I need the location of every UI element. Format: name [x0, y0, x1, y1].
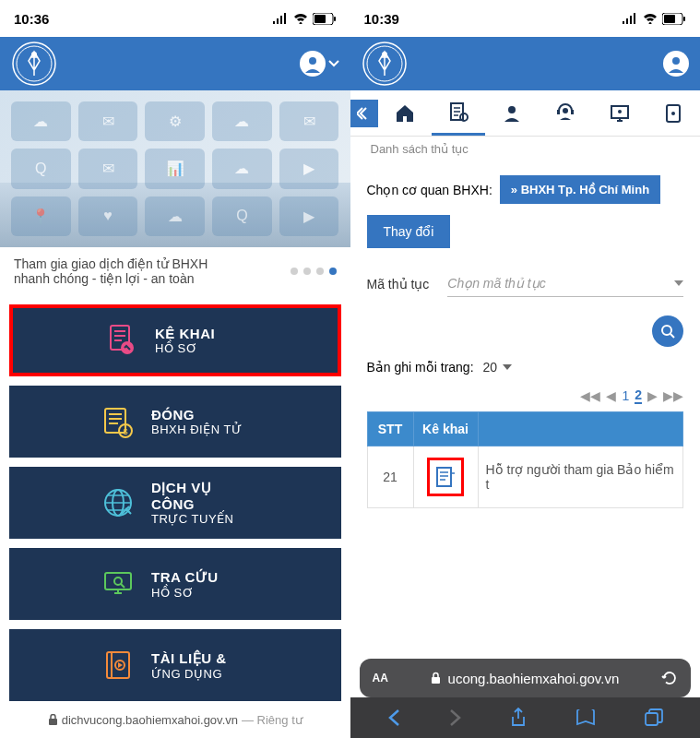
status-time: 10:36: [14, 11, 49, 27]
table-row: 21 Hỗ trợ người tham gia Bảo hiểm t: [367, 446, 683, 508]
col-kekhai: Kê khai: [413, 412, 478, 446]
back-icon: [357, 106, 372, 121]
status-right: [622, 13, 686, 25]
svg-point-7: [309, 57, 316, 65]
home-icon: [395, 103, 415, 124]
money-icon: $: [101, 405, 135, 438]
right-screen: 10:39 Danh sách thủ tục Chọn cơ quan BHX…: [350, 0, 701, 738]
safari-url-bar[interactable]: AA ucong.baohiemxahoi.gov.vn: [360, 659, 692, 697]
cell-stt: 21: [367, 446, 413, 508]
svg-text:$: $: [123, 427, 127, 436]
share-icon[interactable]: [510, 708, 527, 728]
tile-sub: BHXH ĐIỆN TỬ: [151, 423, 242, 436]
svg-point-26: [382, 52, 387, 57]
wifi-icon: [643, 13, 658, 24]
tile-tra-cuu[interactable]: TRA CỨUHỒ SƠ: [9, 548, 341, 620]
tab-monitor[interactable]: [593, 90, 647, 136]
status-right: [272, 13, 337, 25]
hero-line1: Tham gia giao dịch điện tử BHXH: [14, 256, 208, 271]
svg-point-28: [672, 57, 680, 65]
url-priv: — Riêng tư: [242, 713, 303, 727]
search-button[interactable]: [652, 315, 683, 347]
bhxh-logo: [362, 41, 408, 87]
hero-caption: Tham gia giao dịch điện tử BHXH nhanh ch…: [0, 247, 350, 295]
text-size-button[interactable]: AA: [373, 672, 388, 684]
svg-rect-20: [49, 719, 57, 725]
bhxh-logo: [11, 41, 57, 87]
app-header: [0, 37, 350, 90]
left-screen: 10:36 ☁✉⚙☁✉ Q✉📊☁▶ 📍♥☁Q▶ Tham gia giao dị…: [0, 0, 350, 738]
bookmarks-icon[interactable]: [575, 709, 596, 726]
wifi-icon: [293, 13, 308, 24]
tab-person[interactable]: [485, 90, 539, 136]
pager-last[interactable]: ▶▶: [663, 388, 683, 403]
svg-rect-33: [557, 110, 560, 114]
declare-button[interactable]: [427, 458, 464, 496]
pager-page-2[interactable]: 2: [635, 387, 642, 404]
search-icon: [660, 324, 675, 339]
person-icon: [502, 103, 522, 124]
svg-rect-1: [314, 15, 326, 23]
dropdown-icon: [503, 364, 512, 370]
carousel-dots[interactable]: [291, 268, 337, 275]
change-button[interactable]: Thay đổi: [367, 215, 451, 248]
svg-point-32: [563, 108, 568, 113]
signal-icon: [622, 13, 638, 24]
user-menu-button[interactable]: [300, 51, 339, 77]
pager-prev[interactable]: ◀: [606, 388, 616, 403]
status-time: 10:39: [364, 11, 399, 27]
tab-documents[interactable]: [432, 90, 485, 136]
form-icon: [105, 324, 138, 357]
agency-value-button[interactable]: » BHXH Tp. Hồ Chí Minh: [500, 175, 660, 204]
tab-support[interactable]: [539, 90, 592, 136]
svg-point-39: [662, 326, 671, 335]
reload-icon[interactable]: [661, 670, 678, 686]
chevron-down-icon: [328, 60, 339, 67]
battery-icon: [662, 13, 686, 25]
back-button[interactable]: [350, 100, 378, 127]
svg-point-16: [114, 577, 122, 585]
svg-rect-15: [105, 573, 131, 589]
tile-ke-khai[interactable]: KÊ KHAIHỒ SƠ: [9, 304, 341, 376]
tab-device[interactable]: [647, 90, 700, 136]
code-select[interactable]: Chọn mã thủ tục: [447, 270, 683, 297]
tile-title: DỊCH VỤ CÔNG: [151, 480, 249, 512]
tabs-icon[interactable]: [645, 708, 663, 727]
pager-page-1[interactable]: 1: [622, 388, 629, 403]
tab-home[interactable]: [378, 90, 432, 136]
svg-point-5: [31, 52, 37, 57]
tile-sub: ỨNG DỤNG: [151, 667, 227, 681]
col-stt: STT: [367, 412, 413, 446]
user-menu-button[interactable]: [663, 51, 689, 77]
cell-desc: Hỗ trợ người tham gia Bảo hiểm t: [478, 446, 683, 508]
tile-sub: HỒ SƠ: [151, 586, 219, 600]
tile-dong[interactable]: $ ĐÓNGBHXH ĐIỆN TỬ: [9, 386, 341, 458]
url-text: dichvucong.baohiemxahoi.gov.vn: [62, 713, 238, 727]
col-desc: [478, 412, 683, 446]
svg-rect-34: [571, 110, 574, 114]
user-icon: [300, 51, 326, 77]
nav-forward-icon[interactable]: [449, 708, 462, 727]
nav-back-icon[interactable]: [387, 708, 400, 727]
hero-banner[interactable]: ☁✉⚙☁✉ Q✉📊☁▶ 📍♥☁Q▶: [0, 90, 350, 247]
tile-tai-lieu[interactable]: TÀI LIỆU &ỨNG DỤNG: [9, 629, 341, 701]
device-icon: [665, 103, 682, 124]
tile-dich-vu[interactable]: DỊCH VỤ CÔNGTRỰC TUYẾN: [9, 467, 341, 539]
page-size-select[interactable]: 20: [483, 360, 513, 375]
user-icon: [663, 51, 689, 77]
pager: ◀◀ ◀ 1 2 ▶ ▶▶: [367, 387, 684, 404]
status-bar: 10:39: [350, 0, 701, 37]
monitor-icon: [610, 103, 630, 124]
tiles-list: KÊ KHAIHỒ SƠ $ ĐÓNGBHXH ĐIỆN TỬ DỊCH VỤ …: [0, 295, 350, 720]
tile-title: KÊ KHAI: [155, 326, 215, 341]
svg-rect-22: [664, 15, 675, 23]
pager-next[interactable]: ▶: [647, 388, 658, 403]
address-bar[interactable]: dichvucong.baohiemxahoi.gov.vn — Riêng t…: [0, 701, 350, 738]
cell-kekhai: [413, 446, 478, 508]
code-placeholder: Chọn mã thủ tục: [447, 276, 545, 291]
signal-icon: [272, 13, 289, 24]
pager-first[interactable]: ◀◀: [580, 388, 600, 403]
document-icon: [435, 466, 456, 488]
code-label: Mã thủ tục: [367, 277, 430, 292]
tab-bar: [350, 90, 701, 137]
